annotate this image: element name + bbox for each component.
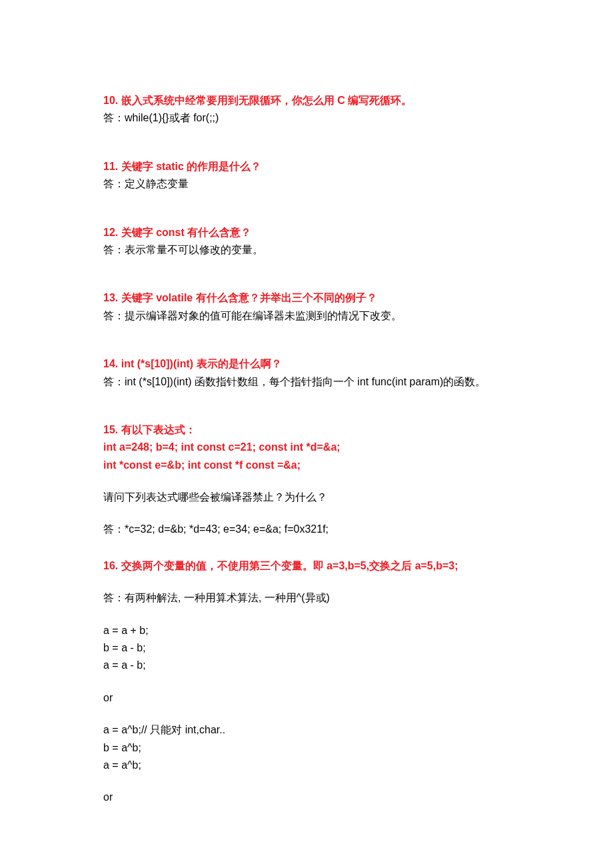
code-16-1-l3: a = a - b; bbox=[103, 657, 510, 674]
code-16-1-l1: a = a + b; bbox=[103, 622, 510, 639]
or-2: or bbox=[103, 789, 510, 806]
question-11: 11. 关键字 static 的作用是什么？ bbox=[103, 158, 510, 175]
answer-15: 答：*c=32; d=&b; *d=43; e=34; e=&a; f=0x32… bbox=[103, 521, 510, 538]
answer-10: 答：while(1){}或者 for(;;) bbox=[103, 109, 510, 127]
qa-14: 14. int (*s[10])(int) 表示的是什么啊？ 答：int (*s… bbox=[103, 355, 510, 391]
question-15-l1: 15. 有以下表达式： bbox=[103, 421, 510, 439]
answer-14: 答：int (*s[10])(int) 函数指针数组，每个指针指向一个 int … bbox=[103, 373, 510, 391]
question-16: 16. 交换两个变量的值，不使用第三个变量。即 a=3,b=5,交换之后 a=5… bbox=[103, 557, 510, 575]
question-13: 13. 关键字 volatile 有什么含意？并举出三个不同的例子？ bbox=[103, 289, 510, 307]
question-15-sub: 请问下列表达式哪些会被编译器禁止？为什么？ bbox=[103, 489, 510, 506]
qa-10: 10. 嵌入式系统中经常要用到无限循环，你怎么用 C 编写死循环。 答：whil… bbox=[103, 92, 510, 127]
answer-16-intro: 答：有两种解法, 一种用算术算法, 一种用^(异或) bbox=[103, 589, 510, 607]
question-14: 14. int (*s[10])(int) 表示的是什么啊？ bbox=[103, 355, 510, 373]
or-1: or bbox=[103, 689, 510, 707]
qa-11: 11. 关键字 static 的作用是什么？ 答：定义静态变量 bbox=[103, 158, 510, 193]
code-16-2-l3: a = a^b; bbox=[103, 757, 510, 774]
qa-16: 16. 交换两个变量的值，不使用第三个变量。即 a=3,b=5,交换之后 a=5… bbox=[103, 557, 510, 807]
qa-15: 15. 有以下表达式： int a=248; b=4; int const c=… bbox=[103, 421, 510, 539]
answer-13: 答：提示编译器对象的值可能在编译器未监测到的情况下改变。 bbox=[103, 307, 510, 325]
question-12: 12. 关键字 const 有什么含意？ bbox=[103, 224, 510, 241]
question-15-l3: int *const e=&b; int const *f const =&a; bbox=[103, 457, 510, 474]
code-16-1-l2: b = a - b; bbox=[103, 639, 510, 657]
qa-13: 13. 关键字 volatile 有什么含意？并举出三个不同的例子？ 答：提示编… bbox=[103, 289, 510, 325]
answer-11: 答：定义静态变量 bbox=[103, 175, 510, 193]
question-10: 10. 嵌入式系统中经常要用到无限循环，你怎么用 C 编写死循环。 bbox=[103, 92, 510, 109]
qa-12: 12. 关键字 const 有什么含意？ 答：表示常量不可以修改的变量。 bbox=[103, 224, 510, 259]
code-16-2-l1: a = a^b;// 只能对 int,char.. bbox=[103, 721, 510, 739]
answer-12: 答：表示常量不可以修改的变量。 bbox=[103, 241, 510, 259]
question-15-l2: int a=248; b=4; int const c=21; const in… bbox=[103, 439, 510, 456]
code-16-2-l2: b = a^b; bbox=[103, 739, 510, 757]
